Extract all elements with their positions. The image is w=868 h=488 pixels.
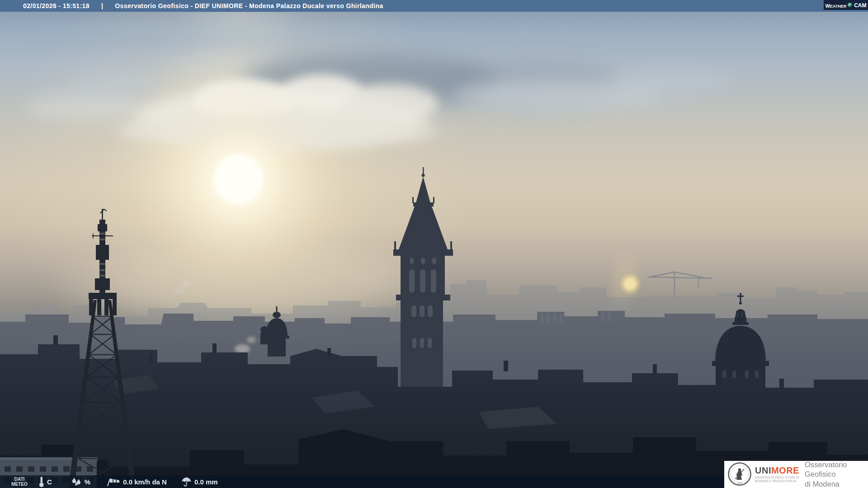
globe-icon bbox=[848, 3, 853, 8]
unimore-wordmark: UNIMORE UNIVERSITÀ DEGLI STUDI DI MODENA… bbox=[755, 466, 799, 483]
city-silhouette bbox=[0, 0, 868, 488]
wind-value: 0.0 km/h da N bbox=[123, 478, 167, 486]
precipitation-value: 0.0 mm bbox=[194, 478, 218, 486]
svg-text:1175: 1175 bbox=[737, 482, 742, 484]
umbrella-icon bbox=[181, 477, 192, 487]
construction-crane bbox=[647, 272, 712, 297]
weathercam-word1: Weather bbox=[825, 1, 846, 9]
weathercam-word2: Cam bbox=[854, 0, 866, 9]
humidity-icon bbox=[71, 477, 83, 487]
separator: | bbox=[101, 2, 103, 9]
webcam-image bbox=[0, 0, 868, 488]
university-subtitle: UNIVERSITÀ DEGLI STUDI DI MODENA E REGGI… bbox=[755, 476, 799, 483]
humidity-value: % bbox=[85, 478, 90, 486]
thermometer-icon bbox=[38, 476, 45, 488]
datetime-label: 02/01/2026 - 15:51:18 bbox=[23, 2, 90, 9]
observatory-name: Osservatorio Geofisico di Modena bbox=[805, 460, 868, 488]
unimore-logo-box: 1175 UNIMORE UNIVERSITÀ DEGLI STUDI DI M… bbox=[724, 461, 868, 488]
weathercam-logo: Weather Cam bbox=[824, 0, 868, 10]
dati-meteo-label: DATI METEO bbox=[9, 477, 30, 487]
temperature-value: C bbox=[47, 478, 52, 486]
page-title: Osservatorio Geofisico - DIEF UNIMORE - … bbox=[115, 2, 383, 9]
webcam-page: 02/01/2026 - 15:51:18 | Osservatorio Geo… bbox=[0, 0, 868, 488]
unimore-uni: UNI bbox=[755, 465, 771, 475]
windsock-icon bbox=[106, 477, 120, 487]
unimore-more: MORE bbox=[771, 465, 799, 475]
unimore-crest-icon: 1175 bbox=[727, 461, 752, 488]
header-bar: 02/01/2026 - 15:51:18 | Osservatorio Geo… bbox=[0, 0, 868, 12]
